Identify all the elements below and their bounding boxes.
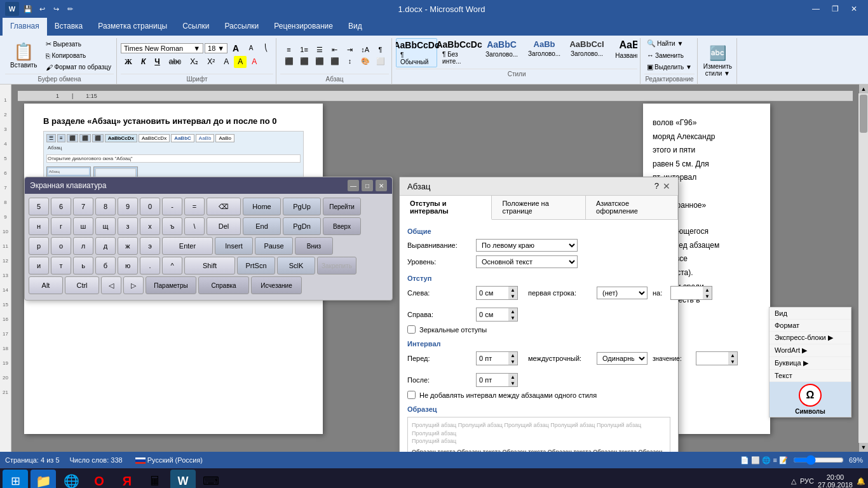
draft-btn[interactable]: 📝 — [779, 456, 788, 464]
shading-btn[interactable]: 🎨 — [358, 56, 372, 66]
pen-qa-btn[interactable]: ✏ — [64, 3, 76, 15]
key-o[interactable]: о — [51, 237, 71, 255]
osk-maximize-btn[interactable]: □ — [362, 180, 373, 191]
taskbar-arrow[interactable]: △ — [791, 477, 796, 485]
decrease-indent-btn[interactable]: ⇤ — [328, 44, 342, 55]
key-insert[interactable]: Insert — [215, 237, 253, 255]
key-disappear[interactable]: Исчезание — [251, 276, 302, 294]
ctx-item-express[interactable]: Экспресс-блоки ▶ — [770, 332, 851, 344]
left-spin-down[interactable]: ▼ — [508, 293, 517, 299]
key-minus[interactable]: - — [162, 198, 182, 215]
cut-btn[interactable]: ✂ Вырезать — [43, 39, 114, 50]
key-params[interactable]: Параметры — [146, 276, 196, 294]
key-help[interactable]: Справка — [198, 276, 249, 294]
key-n[interactable]: н — [29, 217, 49, 235]
key-8[interactable]: 8 — [95, 198, 116, 215]
maximize-btn[interactable]: ❐ — [826, 0, 844, 18]
after-spin-down[interactable]: ▼ — [508, 380, 517, 386]
alignment-select[interactable]: По левому краю — [476, 239, 578, 252]
borders-btn[interactable]: ⬜ — [374, 56, 388, 66]
line-spacing-select[interactable]: Одинарный — [597, 352, 648, 365]
multilevel-btn[interactable]: ☰ — [313, 44, 327, 55]
value-input[interactable] — [696, 353, 728, 363]
key-zh[interactable]: ж — [118, 237, 138, 255]
zoom-slider[interactable] — [793, 455, 844, 465]
before-spin-up[interactable]: ▲ — [508, 352, 517, 358]
tab-view[interactable]: Вид — [341, 18, 370, 36]
save-qa-btn[interactable]: 💾 — [22, 3, 34, 15]
mirror-checkbox[interactable] — [407, 325, 416, 334]
right-spin-down[interactable]: ▼ — [508, 315, 517, 321]
key-0[interactable]: 0 — [140, 198, 160, 215]
key-right[interactable]: ▷ — [123, 276, 144, 294]
style-heading2[interactable]: AaBb Заголово... — [524, 38, 565, 67]
level-select[interactable]: Основной текст — [476, 255, 578, 268]
key-backslash[interactable]: \ — [184, 217, 205, 235]
key-e[interactable]: э — [140, 237, 160, 255]
replace-btn[interactable]: ↔ Заменить — [644, 50, 695, 60]
style-normal[interactable]: AaBbCcDc ¶ Обычный — [396, 38, 437, 67]
key-lock[interactable]: Закрепить — [317, 257, 356, 274]
key-5[interactable]: 5 — [29, 198, 49, 215]
font-color-btn[interactable]: A — [248, 56, 261, 68]
tab-review[interactable]: Рецензирование — [266, 18, 341, 36]
on-spin-up[interactable]: ▲ — [703, 287, 712, 293]
superscript-btn[interactable]: X² — [203, 56, 219, 68]
key-i[interactable]: и — [29, 257, 49, 274]
tab-insert[interactable]: Вставка — [47, 18, 91, 36]
underline-btn[interactable]: Ч — [151, 56, 163, 68]
undo-qa-btn[interactable]: ↩ — [36, 3, 48, 15]
italic-btn[interactable]: К — [137, 56, 149, 68]
bold-btn[interactable]: Ж — [121, 56, 136, 68]
ctx-item-view[interactable]: Вид — [770, 308, 851, 320]
font-name-box[interactable]: Times New Roman ▼ — [121, 43, 203, 53]
key-z[interactable]: з — [118, 217, 138, 235]
key-down[interactable]: Вниз — [295, 237, 333, 255]
print-layout-btn[interactable]: 📄 — [740, 456, 749, 464]
select-btn[interactable]: ▣ Выделить ▼ — [644, 62, 695, 72]
key-alt[interactable]: Alt — [29, 276, 63, 294]
font-shrink-btn[interactable]: A — [244, 43, 258, 53]
close-btn[interactable]: ✕ — [845, 0, 863, 18]
numbering-btn[interactable]: 1≡ — [297, 44, 311, 55]
dialog-tab-indent[interactable]: Отступы и интервалы — [400, 196, 492, 220]
key-up[interactable]: Вверх — [323, 217, 361, 235]
style-no-spacing[interactable]: AaBbCcDc ¶ Без инте... — [438, 38, 480, 67]
align-justify-btn[interactable]: ⬛ — [328, 56, 342, 66]
key-enter[interactable]: Enter — [162, 237, 213, 255]
key-hard[interactable]: ъ — [162, 217, 182, 235]
taskbar-keyboard[interactable]: ⌨ — [198, 470, 224, 488]
taskbar-notification[interactable]: 🔔 — [857, 477, 865, 485]
tab-home[interactable]: Главная — [3, 18, 47, 36]
value-spin-down[interactable]: ▼ — [728, 358, 737, 365]
strikethrough-btn[interactable]: abc — [165, 56, 185, 68]
key-end[interactable]: End — [243, 217, 281, 235]
full-screen-btn[interactable]: ⬜ — [751, 456, 760, 464]
osk-close-btn[interactable]: ✕ — [376, 180, 387, 191]
web-layout-btn[interactable]: 🌐 — [762, 456, 771, 464]
sort-btn[interactable]: ↕A — [358, 44, 372, 55]
dialog-help-btn[interactable]: ? — [654, 181, 659, 191]
clear-format-btn[interactable]: ⎝ — [259, 43, 273, 53]
key-soft[interactable]: ь — [73, 257, 93, 274]
taskbar-explorer[interactable]: 📁 — [31, 470, 56, 488]
ctx-item-format[interactable]: Формат — [770, 320, 851, 332]
key-9[interactable]: 9 — [118, 198, 138, 215]
taskbar-calc[interactable]: 🖩 — [142, 470, 168, 488]
key-shch[interactable]: щ — [95, 217, 116, 235]
dialog-close-btn[interactable]: ✕ — [663, 181, 670, 191]
before-spin-down[interactable]: ▼ — [508, 358, 517, 365]
key-equals[interactable]: = — [184, 198, 205, 215]
format-painter-btn[interactable]: 🖌 Формат по образцу — [43, 62, 114, 72]
tab-page-layout[interactable]: Разметка страницы — [90, 18, 175, 36]
show-marks-btn[interactable]: ¶ — [374, 44, 388, 55]
no-add-checkbox[interactable] — [407, 391, 416, 399]
highlight-btn[interactable]: A — [234, 56, 247, 68]
key-pause[interactable]: Pause — [255, 237, 293, 255]
start-button[interactable]: ⊞ — [3, 470, 28, 488]
key-ctrl[interactable]: Ctrl — [65, 276, 99, 294]
subscript-btn[interactable]: X₂ — [186, 56, 202, 68]
key-t[interactable]: т — [51, 257, 71, 274]
ctx-item-symbols[interactable]: Ω Символы — [770, 382, 851, 417]
line-spacing-btn[interactable]: ↕ — [343, 56, 357, 66]
